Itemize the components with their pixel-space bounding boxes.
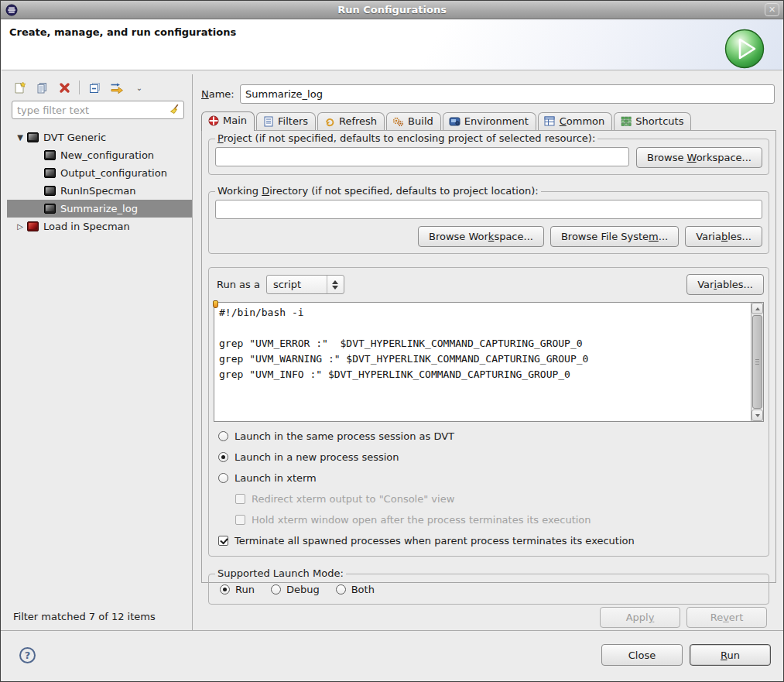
checkbox-disabled-icon bbox=[235, 515, 245, 525]
expand-arrow-icon[interactable]: ▼ bbox=[15, 133, 26, 142]
duplicate-configuration-button[interactable] bbox=[34, 81, 50, 94]
name-input[interactable] bbox=[240, 84, 775, 104]
console-red-icon bbox=[27, 221, 39, 231]
tab-common[interactable]: Common bbox=[538, 112, 613, 130]
help-button[interactable]: ? bbox=[19, 647, 36, 663]
console-icon bbox=[27, 132, 39, 142]
project-group: Project (if not specified, defaults to e… bbox=[208, 139, 769, 175]
close-window-button[interactable]: ✕ bbox=[765, 3, 779, 16]
radio-checked-icon[interactable] bbox=[218, 452, 228, 462]
radio-icon[interactable] bbox=[218, 473, 228, 483]
mode-both[interactable]: Both bbox=[336, 584, 375, 595]
scroll-thumb[interactable] bbox=[752, 315, 762, 409]
tab-label: Main bbox=[223, 115, 247, 126]
radio-checked-icon[interactable] bbox=[220, 584, 230, 595]
mode-label: Debug bbox=[286, 584, 320, 595]
new-configuration-button[interactable] bbox=[12, 81, 27, 94]
build-tab-icon bbox=[392, 116, 404, 127]
scroll-grip-icon bbox=[755, 359, 759, 365]
toolbar-menu-chevron-icon: ⌄ bbox=[136, 84, 142, 92]
run-as-combo[interactable]: script bbox=[266, 275, 344, 294]
option-launch-new-session[interactable]: Launch in a new process session bbox=[214, 447, 764, 468]
script-variables-button[interactable]: Variables... bbox=[686, 274, 764, 295]
tree-item-label: Load in Specman bbox=[43, 221, 130, 232]
tree-item-load-in-specman[interactable]: ▷ Load in Specman bbox=[7, 218, 192, 235]
workdir-variables-button[interactable]: Variables... bbox=[685, 226, 762, 247]
console-icon bbox=[44, 168, 56, 178]
radio-icon[interactable] bbox=[271, 584, 281, 595]
toolbar-separator bbox=[79, 81, 80, 94]
working-directory-group: Working Directory (if not specified, def… bbox=[208, 191, 769, 254]
workdir-browse-workspace-button[interactable]: Browse Workspace... bbox=[418, 226, 544, 247]
filter-input[interactable] bbox=[12, 101, 184, 119]
tree-item-output-configuration[interactable]: Output_configuration bbox=[7, 164, 192, 182]
project-input[interactable] bbox=[215, 147, 629, 166]
delete-configuration-button[interactable] bbox=[56, 81, 72, 94]
mode-label: Run bbox=[235, 584, 255, 595]
filters-tab-icon bbox=[262, 116, 274, 127]
tab-label: Environment bbox=[464, 115, 529, 127]
scroll-down-icon bbox=[755, 414, 760, 417]
filter-configurations-button[interactable] bbox=[109, 81, 125, 94]
tab-label: Refresh bbox=[339, 115, 377, 127]
apply-button: Apply bbox=[600, 607, 680, 628]
toolbar-menu-button[interactable]: ⌄ bbox=[132, 81, 147, 94]
scroll-up-button[interactable] bbox=[751, 303, 763, 314]
common-tab-icon bbox=[544, 116, 556, 127]
option-launch-same-session[interactable]: Launch in the same process session as DV… bbox=[214, 426, 764, 447]
close-button[interactable]: Close bbox=[601, 644, 683, 666]
script-editor[interactable]: #!/bin/bash -i grep "UVM_ERROR :" $DVT_H… bbox=[214, 302, 764, 422]
tab-shortcuts[interactable]: Shortcuts bbox=[614, 112, 691, 130]
mode-run[interactable]: Run bbox=[220, 584, 255, 595]
console-icon bbox=[44, 186, 56, 196]
radio-icon[interactable] bbox=[218, 431, 228, 441]
window-title: Run Configurations bbox=[1, 4, 783, 15]
script-group: Run as a script Variables... #!/bin/bash… bbox=[208, 267, 769, 557]
script-text[interactable]: #!/bin/bash -i grep "UVM_ERROR :" $DVT_H… bbox=[214, 303, 751, 421]
combo-spinner-icon[interactable] bbox=[327, 276, 344, 293]
tab-build[interactable]: Build bbox=[386, 112, 441, 130]
option-label: Terminate all spawned processes when par… bbox=[235, 535, 635, 547]
tab-refresh[interactable]: Refresh bbox=[317, 112, 385, 130]
tree-item-label: Output_configuration bbox=[60, 167, 167, 179]
radio-icon[interactable] bbox=[336, 584, 346, 595]
clear-filter-broom-icon[interactable] bbox=[168, 104, 180, 116]
tab-label: Build bbox=[408, 115, 433, 127]
tab-filters[interactable]: Filters bbox=[256, 112, 316, 130]
tree-item-dvt-generic[interactable]: ▼ DVT Generic bbox=[7, 129, 192, 146]
title-bar[interactable]: Run Configurations ✕ bbox=[1, 1, 783, 19]
close-icon: ✕ bbox=[769, 5, 775, 15]
configuration-form: Name: Main bbox=[200, 74, 776, 630]
configurations-tree: ▼ DVT Generic New_configuration Output_c… bbox=[7, 124, 192, 606]
sidebar-toolbar: ⌄ bbox=[7, 74, 192, 99]
project-browse-workspace-button[interactable]: Browse Workspace... bbox=[636, 147, 762, 168]
collapse-all-button[interactable] bbox=[87, 81, 102, 94]
option-terminate-spawned-processes[interactable]: Terminate all spawned processes when par… bbox=[214, 530, 764, 551]
option-launch-in-xterm[interactable]: Launch in xterm bbox=[214, 468, 764, 488]
revert-button: Revert bbox=[686, 607, 767, 628]
option-label: Launch in a new process session bbox=[235, 451, 399, 463]
collapse-arrow-icon[interactable]: ▷ bbox=[15, 222, 26, 231]
duplicate-icon bbox=[36, 81, 49, 94]
project-group-label: Project (if not specified, defaults to e… bbox=[215, 132, 597, 144]
dialog-subtitle: Create, manage, and run configurations bbox=[9, 26, 236, 38]
scroll-down-button[interactable] bbox=[751, 410, 763, 421]
mode-debug[interactable]: Debug bbox=[271, 584, 320, 595]
option-label: Launch in the same process session as DV… bbox=[235, 430, 454, 442]
tab-environment[interactable]: Environment bbox=[443, 112, 536, 130]
annotation-marker-icon bbox=[213, 300, 218, 308]
tree-item-new-configuration[interactable]: New_configuration bbox=[7, 146, 192, 164]
tree-item-label: New_configuration bbox=[60, 149, 154, 161]
script-scrollbar[interactable] bbox=[751, 303, 763, 421]
working-directory-input[interactable] bbox=[215, 200, 762, 219]
checkbox-checked-icon[interactable] bbox=[218, 536, 228, 546]
tab-main[interactable]: Main bbox=[201, 111, 255, 131]
option-redirect-xterm-output: Redirect xterm output to "Console" view bbox=[214, 488, 764, 509]
tab-label: Filters bbox=[278, 115, 308, 127]
workdir-browse-filesystem-button[interactable]: Browse File System... bbox=[550, 226, 679, 247]
supported-launch-mode-group: Supported Launch Mode: Run Debug Both bbox=[208, 574, 769, 605]
run-button[interactable]: Run bbox=[690, 644, 771, 666]
filter-field-wrap bbox=[12, 101, 184, 119]
tree-item-summarize-log[interactable]: Summarize_log bbox=[7, 200, 192, 218]
tree-item-runinspecman[interactable]: RunInSpecman bbox=[7, 182, 192, 200]
